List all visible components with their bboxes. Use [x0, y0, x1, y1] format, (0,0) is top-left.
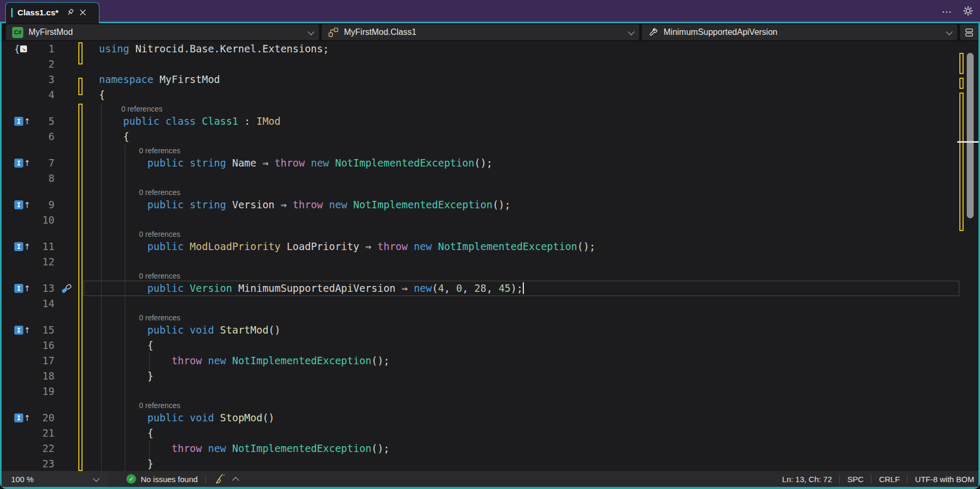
line-number: 17: [29, 353, 55, 368]
code-line-2[interactable]: 2: [2, 57, 978, 72]
code-line-12[interactable]: 12: [2, 254, 978, 270]
text-caret: [523, 282, 524, 294]
divider: [871, 475, 872, 484]
code-line-23[interactable]: 23 }: [2, 456, 978, 471]
no-issues-check-icon: ✓: [126, 474, 136, 484]
code-line-16[interactable]: 16 {: [2, 338, 978, 353]
document-tab-class1[interactable]: Class1.cs*: [5, 2, 99, 23]
line-number: 14: [29, 296, 55, 311]
codelens-row: 0 references: [2, 399, 978, 410]
code-line-9[interactable]: I↑9 public string Version ⇒ throw new No…: [2, 197, 978, 213]
codelens-references-link[interactable]: 0 references: [139, 146, 180, 155]
code-line-22[interactable]: 22 throw new NotImplementedException();: [2, 441, 978, 456]
implements-interface-icon[interactable]: I↑: [14, 200, 31, 210]
code-line-8[interactable]: 8: [2, 171, 978, 186]
scrollbar-change-mark: [959, 53, 964, 74]
code-line-13[interactable]: I↑13 public Version MinimumSupportedApiV…: [2, 281, 978, 296]
implements-interface-icon[interactable]: I↑: [14, 326, 31, 335]
csharp-project-icon: C#: [12, 27, 23, 38]
split-window-button[interactable]: [960, 24, 978, 40]
type-dropdown[interactable]: MyFirstMod.Class1: [322, 24, 639, 40]
code-line-14[interactable]: 14: [2, 296, 978, 311]
code-line-7[interactable]: I↑7 public string Name ⇒ throw new NotIm…: [2, 155, 978, 171]
codelens-references-link[interactable]: 0 references: [139, 230, 180, 239]
scrollbar-change-mark: [959, 93, 964, 231]
code-line-10[interactable]: 10: [2, 213, 978, 228]
gear-icon[interactable]: [963, 5, 974, 16]
scrollbar-caret-mark: [957, 141, 978, 143]
scrollbar-change-mark: [959, 78, 964, 89]
vertical-scrollbar-thumb[interactable]: [967, 53, 974, 218]
zoom-level-dropdown[interactable]: 100 %: [2, 471, 107, 487]
line-number: 9: [29, 197, 55, 213]
code-line-18[interactable]: 18 }: [2, 368, 978, 384]
line-number: 5: [29, 114, 55, 129]
project-dropdown-label: MyFirstMod: [29, 27, 73, 37]
line-ending: CRLF: [879, 475, 900, 484]
line-number: 2: [29, 57, 55, 72]
line-number: 19: [29, 384, 55, 399]
code-line-20[interactable]: I↑20 public void StopMod(): [2, 410, 978, 426]
line-number: 23: [29, 456, 55, 471]
encoding: UTF-8 with BOM: [915, 475, 974, 484]
line-number: 13: [29, 281, 55, 296]
document-outline-icon[interactable]: {↘: [14, 44, 27, 54]
implements-interface-icon[interactable]: I↑: [14, 242, 31, 252]
link-icon[interactable]: [61, 283, 72, 294]
window-border-bottom: [0, 487, 980, 489]
divider: [839, 475, 840, 484]
codelens-references-link[interactable]: 0 references: [139, 188, 180, 197]
code-line-21[interactable]: 21 {: [2, 426, 978, 441]
code-line-3[interactable]: 3namespace MyFirstMod: [2, 72, 978, 87]
line-number: 4: [29, 87, 55, 103]
project-dropdown[interactable]: C# MyFirstMod: [6, 24, 319, 40]
navigation-bar: C# MyFirstMod MyFirstMod.Class1 MinimumS: [2, 23, 978, 41]
wrench-member-icon: [648, 27, 658, 38]
codelens-references-link[interactable]: 0 references: [139, 272, 180, 281]
implements-interface-icon[interactable]: I↑: [14, 284, 31, 293]
implements-interface-icon[interactable]: I↑: [14, 413, 31, 423]
line-number: 20: [29, 410, 55, 426]
code-cleanup-broom-icon[interactable]: [213, 473, 226, 485]
codelens-references-link[interactable]: 0 references: [121, 105, 162, 114]
pin-icon[interactable]: [64, 6, 77, 19]
issues-status-button[interactable]: ✓ No issues found: [126, 474, 198, 484]
code-line-5[interactable]: I↑5 public class Class1 : IMod: [2, 114, 978, 129]
codelens-references-link[interactable]: 0 references: [139, 313, 180, 322]
codelens-references-link[interactable]: 0 references: [139, 401, 180, 410]
code-cleanup-options-chevron[interactable]: [232, 477, 239, 484]
close-icon[interactable]: [77, 6, 89, 19]
line-number: 12: [29, 254, 55, 270]
code-line-6[interactable]: 6 {: [2, 129, 978, 144]
code-line-11[interactable]: I↑11 public ModLoadPriority LoadPriority…: [2, 239, 978, 254]
more-options-icon[interactable]: …: [941, 6, 953, 16]
line-number: 11: [29, 239, 55, 254]
implements-interface-icon[interactable]: I↑: [14, 159, 31, 168]
issues-status-label: No issues found: [141, 475, 198, 484]
code-editor[interactable]: {↘1using Nitrocid.Base.Kernel.Extensions…: [2, 41, 978, 471]
member-dropdown-label: MinimumSupportedApiVersion: [664, 27, 777, 37]
track-change-bar: [78, 78, 83, 95]
codelens-row: 0 references: [2, 311, 978, 322]
active-tab-accent: [11, 8, 13, 17]
type-dropdown-label: MyFirstMod.Class1: [344, 27, 416, 37]
chevron-down-icon: [308, 27, 313, 37]
whitespace-mode: SPC: [847, 475, 864, 484]
chevron-down-icon: [93, 475, 100, 482]
line-number: 8: [29, 171, 55, 186]
codelens-row: 0 references: [2, 103, 978, 114]
code-line-1[interactable]: {↘1using Nitrocid.Base.Kernel.Extensions…: [2, 41, 978, 57]
code-line-15[interactable]: I↑15 public void StartMod(): [2, 322, 978, 338]
code-line-17[interactable]: 17 throw new NotImplementedException();: [2, 353, 978, 368]
line-number: 18: [29, 368, 55, 384]
codelens-row: 0 references: [2, 186, 978, 197]
tab-title: Class1.cs*: [17, 8, 59, 17]
line-number: 10: [29, 213, 55, 228]
line-number: 15: [29, 322, 55, 338]
chevron-down-icon: [628, 27, 633, 37]
code-line-19[interactable]: 19: [2, 384, 978, 399]
code-line-4[interactable]: 4{: [2, 87, 978, 103]
implements-interface-icon[interactable]: I↑: [14, 117, 31, 126]
member-dropdown[interactable]: MinimumSupportedApiVersion: [642, 24, 957, 40]
line-number: 21: [29, 426, 55, 441]
